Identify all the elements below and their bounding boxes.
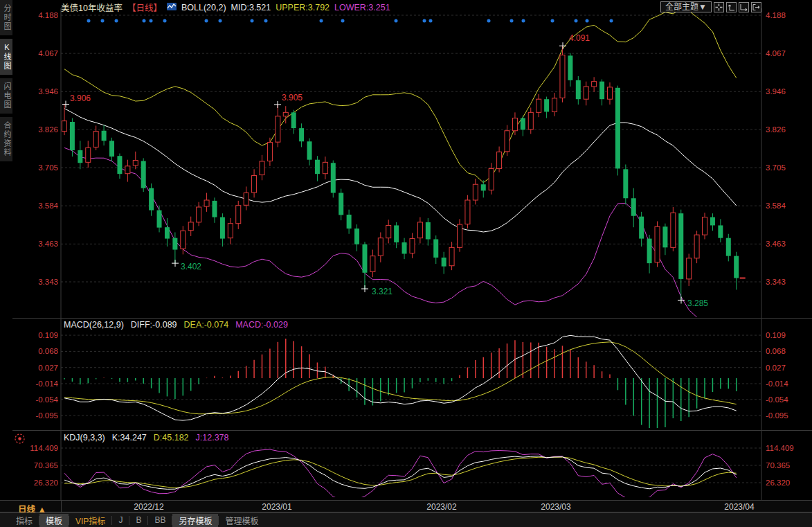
sidebar-item-kline-chart[interactable]: K线图 [0,39,12,75]
boll-indicator-label: BOLL(20,2) [181,3,226,12]
header-toolbar: 全部主题▼ [660,1,761,12]
bottom-tab-bar: 指标 模板 VIP指标 J B BB 另存模板 管理模板 [0,512,812,527]
boll-upper-value: UPPER:3.792 [276,3,330,12]
event-dot[interactable] [395,19,398,23]
event-dot[interactable] [115,19,118,23]
event-dot[interactable] [429,19,433,23]
event-dot[interactable] [586,19,589,23]
event-dot[interactable] [487,19,491,23]
event-dot[interactable] [610,19,613,23]
kdj-d-value: D:45.182 [154,433,189,443]
left-sidebar: 分时图 K线图 闪电图 合约资料 [0,0,12,500]
event-dot[interactable] [423,19,426,23]
event-dot[interactable] [251,19,254,23]
macd-macd-value: MACD:-0.029 [235,320,288,330]
period-tag: 【日线】 [127,1,162,14]
kdj-j-value: J:12.378 [196,433,229,443]
sidebar-item-timeline-chart[interactable]: 分时图 [0,0,12,35]
event-dot[interactable] [575,19,578,23]
x-axis-label: 2023/03 [541,502,570,512]
tab-vip-indicators[interactable]: VIP指标 [69,514,111,527]
macd-indicator-label: MACD(26,12,9) [64,320,124,330]
tab-b[interactable]: B [129,515,147,526]
event-dot[interactable] [205,19,208,23]
axis-divider [61,501,62,512]
event-dot[interactable] [510,19,514,23]
x-axis-label: 2023/02 [426,502,456,512]
boll-lower-value: LOWER:3.251 [334,3,390,12]
chart-canvas[interactable] [0,0,812,527]
sidebar-item-flash-chart[interactable]: 闪电图 [0,78,12,114]
tab-bb[interactable]: BB [148,515,172,526]
x-axis-label: 2023/01 [262,502,291,512]
event-dot[interactable] [219,19,222,23]
tab-templates[interactable]: 模板 [39,514,69,527]
kdj-indicator-label: KDJ(9,3,3) [64,433,105,443]
event-dot[interactable] [143,19,146,23]
chart-header: 美债10年收益率 【日线】 BOLL(20,2) MID:3.521 UPPER… [61,1,390,13]
event-dot[interactable] [551,19,554,23]
event-dot[interactable] [341,19,345,23]
x-axis-label: 2022/12 [134,502,163,512]
theme-dropdown-button[interactable]: 全部主题▼ [660,1,712,12]
event-dot[interactable] [87,19,91,23]
alert-icon[interactable] [14,433,26,447]
macd-dea-value: DEA:-0.074 [184,320,229,330]
kdj-pane-header: KDJ(9,3,3) K:34.247 D:45.182 J:12.378 [64,433,229,443]
y-axis-scale-icon[interactable] [726,2,737,12]
event-dot[interactable] [264,19,268,23]
macd-diff-value: DIFF:-0.089 [131,320,177,330]
symbol-title: 美债10年收益率 [61,1,123,14]
event-dot[interactable] [101,19,105,23]
event-dot[interactable] [320,19,323,23]
kdj-k-value: K:34.247 [112,433,147,443]
x-axis-label: 2023/04 [724,502,754,512]
x-axis-scale-icon[interactable] [739,2,749,12]
indicator-icon [167,3,177,12]
event-dot[interactable] [163,19,167,23]
tab-indicators[interactable]: 指标 [10,514,39,527]
pan-right-icon[interactable] [751,2,761,12]
time-axis-row: 日线 ▲ 2022/122023/012023/022023/032023/04 [0,500,812,512]
event-dot[interactable] [150,19,153,23]
tab-manage-templates[interactable]: 管理模板 [219,514,264,527]
event-dot[interactable] [522,19,525,23]
trading-app: 分时图 K线图 闪电图 合约资料 美债10年收益率 【日线】 BOLL(20,2… [0,0,812,527]
boll-mid-value: MID:3.521 [231,3,271,12]
tab-j[interactable]: J [112,515,129,526]
tab-save-template[interactable]: 另存模板 [172,514,218,527]
crosshair-icon[interactable] [714,2,724,12]
macd-pane-header: MACD(26,12,9) DIFF:-0.089 DEA:-0.074 MAC… [64,320,288,330]
sidebar-item-contract-info[interactable]: 合约资料 [0,117,12,161]
